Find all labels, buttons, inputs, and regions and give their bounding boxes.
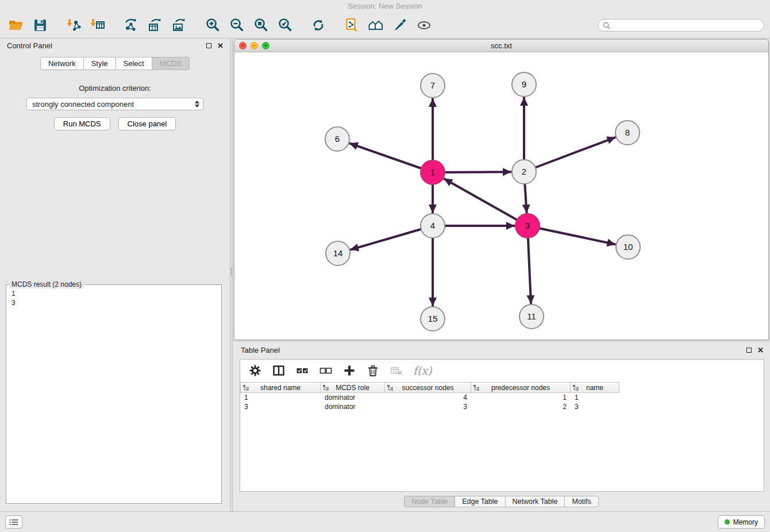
- save-session-button[interactable]: [30, 16, 51, 35]
- table-toolbar: f(x): [240, 360, 764, 381]
- minimize-window-icon[interactable]: −: [251, 42, 258, 49]
- tab-mcds[interactable]: MCDS: [152, 57, 190, 70]
- import-network-icon: [66, 17, 82, 33]
- table-close-panel-icon[interactable]: ✕: [757, 346, 764, 354]
- column-header-shared-name[interactable]: shared name: [240, 382, 321, 393]
- mcds-result-box: MCDS result (2 nodes) 1 3: [6, 284, 222, 504]
- graph-edge-4-14[interactable]: [350, 226, 433, 250]
- mcds-result-list: 1 3: [6, 285, 221, 311]
- export-table-icon: [147, 17, 163, 33]
- zoom-fit-button[interactable]: [251, 16, 271, 35]
- refresh-layout-button[interactable]: [308, 16, 329, 35]
- column-header-mcds-role[interactable]: MCDS role: [321, 382, 385, 393]
- zoom-window-icon[interactable]: +: [262, 42, 270, 49]
- home-icon: [368, 17, 384, 33]
- task-history-button[interactable]: [5, 515, 22, 529]
- tab-motifs[interactable]: Motifs: [565, 496, 598, 507]
- float-panel-icon[interactable]: [205, 42, 213, 49]
- export-image-button[interactable]: [169, 16, 190, 35]
- import-table-icon: [90, 17, 106, 33]
- application-window: Session: New Session: [0, 0, 770, 532]
- graph-node-label-10: 10: [623, 242, 633, 252]
- tab-select[interactable]: Select: [116, 57, 152, 70]
- close-window-icon[interactable]: ×: [239, 42, 247, 49]
- graph-node-label-15: 15: [428, 314, 438, 323]
- trash-icon: [367, 364, 379, 377]
- function-builder-button[interactable]: f(x): [413, 364, 432, 377]
- graph-node-label-2: 2: [522, 167, 526, 176]
- delete-row-button[interactable]: [366, 364, 380, 377]
- table-cell: 4: [385, 394, 471, 402]
- settings-gear-icon: [249, 364, 261, 377]
- export-table-button[interactable]: [145, 16, 165, 35]
- add-icon: [343, 364, 356, 377]
- table-row[interactable]: 1dominator411: [240, 393, 764, 402]
- column-header-successor-nodes[interactable]: successor nodes: [385, 382, 471, 393]
- search-input[interactable]: [613, 21, 759, 30]
- table-panel: Table Panel ✕: [233, 343, 770, 511]
- tab-edge-table[interactable]: Edge Table: [455, 496, 505, 507]
- graph-edge-3-1[interactable]: [444, 179, 528, 226]
- unselect-all-button[interactable]: [319, 364, 333, 377]
- search-box: [598, 19, 764, 32]
- table-cell: dominator: [321, 394, 385, 402]
- mcds-buttons: Run MCDS Close panel: [0, 117, 230, 130]
- network-snapshot-button[interactable]: [341, 16, 362, 35]
- combo-arrows-icon: [195, 101, 199, 107]
- tab-network-table[interactable]: Network Table: [506, 496, 565, 507]
- optimization-criterion-select[interactable]: strongly connected component: [26, 98, 203, 110]
- column-header-predecessor-nodes[interactable]: predecessor nodes: [471, 382, 571, 393]
- delete-column-icon: [390, 364, 403, 377]
- graph-node-label-9: 9: [522, 79, 526, 89]
- zoom-out-icon: [229, 17, 245, 33]
- open-folder-icon: [8, 17, 24, 33]
- status-bar: Memory: [0, 511, 770, 532]
- import-network-button[interactable]: [63, 16, 84, 35]
- zoom-selected-button[interactable]: [275, 16, 295, 35]
- graph-node-label-4: 4: [430, 221, 435, 230]
- open-session-button[interactable]: [6, 16, 26, 35]
- graph-edge-2-8[interactable]: [524, 137, 615, 172]
- home-button[interactable]: [365, 16, 386, 35]
- zoom-in-button[interactable]: [202, 16, 223, 35]
- delete-column-button[interactable]: [390, 364, 403, 377]
- select-all-button[interactable]: [295, 364, 309, 377]
- search-icon: [603, 22, 610, 29]
- graph-node-label-11: 11: [527, 311, 536, 321]
- memory-button[interactable]: Memory: [718, 515, 765, 529]
- select-all-icon: [296, 364, 309, 377]
- table-cell: dominator: [321, 403, 385, 411]
- column-header-name[interactable]: name: [571, 382, 619, 393]
- network-view-window: × − + scc.txt 7968124314101511: [234, 39, 769, 340]
- split-panel-button[interactable]: [272, 364, 286, 377]
- control-panel: Control Panel ✕ Network Style Select MCD…: [0, 38, 230, 511]
- close-panel-button[interactable]: Close panel: [118, 117, 176, 130]
- network-canvas[interactable]: 7968124314101511: [234, 52, 768, 340]
- tab-node-table[interactable]: Node Table: [404, 496, 455, 507]
- table-panel-title: Table Panel: [241, 346, 280, 354]
- close-panel-icon[interactable]: ✕: [217, 42, 224, 49]
- zoom-out-button[interactable]: [226, 16, 247, 35]
- add-row-button[interactable]: [342, 364, 356, 377]
- node-table: shared name MCDS role successor nodes: [240, 382, 764, 491]
- tab-style[interactable]: Style: [84, 57, 116, 70]
- table-row[interactable]: 3dominator323: [240, 402, 764, 411]
- paint-style-button[interactable]: [390, 16, 410, 35]
- window-controls: × − +: [239, 42, 270, 49]
- graph-edge-1-6[interactable]: [349, 143, 433, 172]
- table-cell: 1: [240, 394, 321, 402]
- graph-node-label-1: 1: [430, 167, 435, 177]
- run-mcds-button[interactable]: Run MCDS: [54, 117, 110, 130]
- table-settings-button[interactable]: [248, 364, 262, 377]
- tab-network[interactable]: Network: [40, 57, 84, 70]
- eye-button[interactable]: [414, 16, 434, 35]
- mcds-result-item: 1: [11, 289, 216, 298]
- main-toolbar: [0, 13, 770, 38]
- window-titlebar: Session: New Session: [0, 0, 770, 13]
- import-table-button[interactable]: [87, 16, 108, 35]
- export-network-button[interactable]: [121, 16, 141, 35]
- save-icon: [32, 17, 48, 33]
- network-graph: 7968124314101511: [234, 52, 769, 340]
- graph-edge-3-10[interactable]: [528, 226, 615, 244]
- table-float-panel-icon[interactable]: [745, 346, 753, 354]
